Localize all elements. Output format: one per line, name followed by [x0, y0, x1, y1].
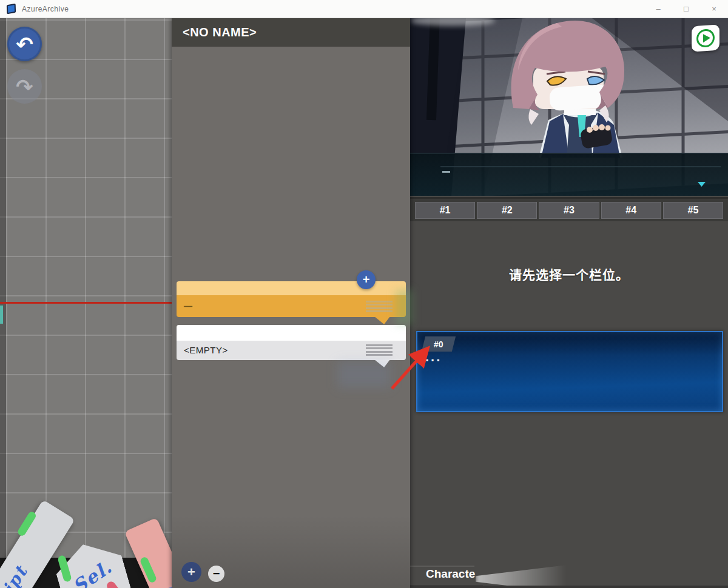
card-tail	[374, 359, 390, 367]
tab-slot-4[interactable]: #4	[601, 202, 661, 219]
empty-card-header	[177, 325, 406, 341]
connector-pill-icon	[16, 510, 37, 537]
node-canvas[interactable]: ↶ ↷ cript Sel. Exi	[0, 18, 172, 588]
select-slot-hint: 请先选择一个栏位。	[410, 265, 728, 283]
tab-slot-5[interactable]: #5	[663, 202, 723, 219]
empty-card-label: <EMPTY>	[184, 345, 228, 355]
window-title: AzureArchive	[22, 5, 69, 13]
dialogue-dash	[442, 171, 450, 173]
empty-card[interactable]: <EMPTY>	[177, 325, 406, 360]
guide-line-horizontal	[0, 302, 172, 304]
empty-card-body: <EMPTY>	[177, 341, 406, 360]
plus-icon: +	[187, 564, 195, 580]
titlebar: AzureArchive – □ ×	[0, 0, 728, 18]
app-window: AzureArchive – □ × ↶ ↷ cript Sel. Exi	[0, 0, 728, 588]
script-title: <NO NAME>	[183, 25, 257, 39]
command-card-body: —	[177, 295, 406, 317]
palette-card-label: cript	[0, 558, 34, 588]
plus-icon: +	[363, 273, 370, 287]
palette-card-label: Exi	[157, 578, 172, 588]
drag-handle-icon[interactable]	[366, 301, 393, 312]
character-scene	[410, 18, 728, 196]
minimize-button[interactable]: –	[644, 0, 672, 18]
undo-button[interactable]: ↶	[7, 27, 42, 61]
minus-icon: −	[213, 567, 220, 581]
tab-slot-1[interactable]: #1	[415, 202, 475, 219]
play-button[interactable]	[692, 24, 720, 52]
footer-divider	[410, 566, 474, 567]
glare-streak	[476, 561, 597, 588]
tab-character[interactable]: Characte	[426, 567, 475, 581]
tab-slot-2[interactable]: #2	[477, 202, 537, 219]
command-card-label: —	[184, 302, 192, 310]
undo-icon: ↶	[16, 32, 33, 56]
preview-viewport[interactable]	[410, 18, 728, 196]
maximize-button[interactable]: □	[672, 0, 700, 18]
window-controls: – □ ×	[644, 0, 728, 18]
redo-icon: ↷	[16, 75, 33, 99]
add-command-button[interactable]: +	[357, 270, 376, 289]
zoom-in-button[interactable]: +	[181, 562, 201, 582]
preview-panel: #1 #2 #3 #4 #5 请先选择一个栏位。 #0 ... Characte	[410, 18, 728, 588]
tab-slot-3[interactable]: #3	[539, 202, 599, 219]
script-panel-header: <NO NAME>	[172, 18, 410, 47]
slot-card-0[interactable]: #0 ...	[416, 331, 723, 412]
drag-handle-icon[interactable]	[366, 344, 393, 356]
script-panel: <NO NAME> — + <EMPTY> + −	[172, 18, 410, 588]
close-button[interactable]: ×	[700, 0, 728, 18]
app-logo-icon	[7, 4, 16, 15]
play-icon	[696, 28, 715, 48]
redo-button[interactable]: ↷	[7, 69, 42, 104]
card-tail	[374, 316, 390, 324]
slot-tab-strip: #1 #2 #3 #4 #5	[410, 197, 728, 221]
zoom-out-button[interactable]: −	[208, 566, 224, 582]
bottom-edge	[410, 586, 728, 588]
slot-content-text: ...	[425, 349, 442, 365]
teal-marker	[0, 306, 3, 324]
